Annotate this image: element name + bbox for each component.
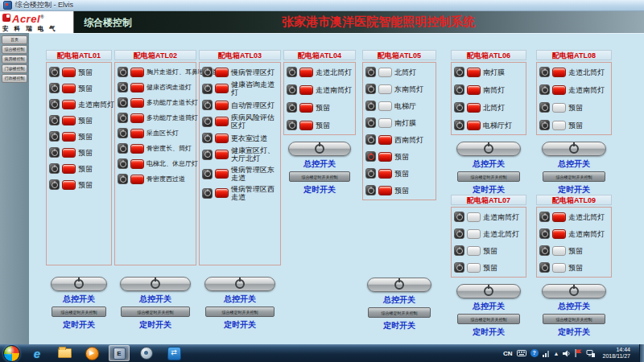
channel-status-indicator[interactable] bbox=[467, 229, 481, 239]
channel-status-indicator[interactable] bbox=[299, 68, 313, 77]
channel-status-indicator[interactable] bbox=[62, 100, 76, 109]
channel-status-indicator[interactable] bbox=[215, 169, 229, 179]
channel-status-indicator[interactable] bbox=[467, 68, 481, 77]
channel-power-toggle[interactable] bbox=[118, 97, 128, 108]
channel-power-toggle[interactable] bbox=[118, 158, 128, 169]
channel-power-toggle[interactable] bbox=[365, 185, 376, 195]
channel-power-toggle[interactable] bbox=[202, 67, 213, 77]
channel-status-indicator[interactable] bbox=[215, 68, 229, 77]
channel-status-indicator[interactable] bbox=[62, 148, 76, 158]
timer-settings-button[interactable]: 综合楼定时开关控制 bbox=[289, 171, 350, 182]
channel-power-toggle[interactable] bbox=[454, 84, 464, 95]
channel-status-indicator[interactable] bbox=[467, 121, 481, 130]
channel-status-indicator[interactable] bbox=[215, 188, 229, 198]
channel-power-toggle[interactable] bbox=[539, 67, 550, 77]
channel-power-toggle[interactable] bbox=[539, 120, 550, 130]
timer-settings-button[interactable]: 综合楼定时开关控制 bbox=[457, 314, 521, 324]
signal-icon[interactable] bbox=[543, 350, 550, 357]
channel-power-toggle[interactable] bbox=[49, 67, 60, 77]
channel-power-toggle[interactable] bbox=[118, 67, 128, 77]
channel-status-indicator[interactable] bbox=[62, 84, 76, 93]
channel-power-toggle[interactable] bbox=[287, 120, 297, 130]
channel-power-toggle[interactable] bbox=[118, 128, 128, 138]
channel-power-toggle[interactable] bbox=[49, 131, 60, 142]
channel-power-toggle[interactable] bbox=[454, 212, 464, 222]
channel-power-toggle[interactable] bbox=[49, 115, 60, 125]
channel-status-indicator[interactable] bbox=[215, 134, 229, 143]
channel-power-toggle[interactable] bbox=[287, 102, 297, 113]
channel-status-indicator[interactable] bbox=[130, 159, 144, 169]
channel-status-indicator[interactable] bbox=[378, 169, 392, 179]
channel-power-toggle[interactable] bbox=[287, 84, 297, 95]
channel-status-indicator[interactable] bbox=[378, 84, 392, 94]
channel-power-toggle[interactable] bbox=[539, 228, 550, 239]
channel-status-indicator[interactable] bbox=[130, 98, 144, 108]
channel-status-indicator[interactable] bbox=[299, 103, 313, 113]
master-power-button[interactable] bbox=[120, 277, 191, 291]
teamviewer-icon[interactable]: ⇄ bbox=[163, 345, 184, 361]
channel-status-indicator[interactable] bbox=[467, 103, 481, 113]
channel-status-indicator[interactable] bbox=[62, 164, 76, 174]
channel-status-indicator[interactable] bbox=[467, 263, 481, 273]
keyboard-icon[interactable] bbox=[517, 350, 526, 356]
channel-status-indicator[interactable] bbox=[62, 180, 76, 190]
timer-settings-button[interactable]: 综合楼定时开关控制 bbox=[205, 306, 275, 317]
channel-status-indicator[interactable] bbox=[215, 84, 229, 93]
channel-power-toggle[interactable] bbox=[454, 120, 464, 130]
channel-status-indicator[interactable] bbox=[130, 113, 144, 123]
channel-power-toggle[interactable] bbox=[539, 262, 550, 273]
channel-power-toggle[interactable] bbox=[49, 179, 60, 190]
channel-power-toggle[interactable] bbox=[287, 67, 297, 77]
network-icon[interactable] bbox=[586, 350, 595, 357]
start-button[interactable] bbox=[3, 345, 20, 362]
channel-power-toggle[interactable] bbox=[49, 99, 60, 109]
channel-status-indicator[interactable] bbox=[215, 150, 229, 159]
help-icon[interactable]: ? bbox=[530, 349, 539, 357]
channel-status-indicator[interactable] bbox=[130, 175, 144, 184]
internet-explorer-icon[interactable]: e bbox=[27, 345, 47, 361]
channel-status-indicator[interactable] bbox=[299, 121, 313, 130]
channel-status-indicator[interactable] bbox=[467, 85, 481, 95]
timer-settings-button[interactable]: 综合楼定时开关控制 bbox=[543, 314, 606, 324]
language-indicator[interactable]: CN bbox=[503, 350, 513, 357]
channel-power-toggle[interactable] bbox=[202, 133, 213, 143]
channel-power-toggle[interactable] bbox=[365, 67, 376, 77]
master-power-button[interactable] bbox=[204, 277, 275, 291]
file-explorer-icon[interactable] bbox=[54, 345, 75, 361]
channel-power-toggle[interactable] bbox=[202, 84, 213, 94]
channel-power-toggle[interactable] bbox=[118, 82, 128, 93]
timer-settings-button[interactable]: 综合楼定时开关控制 bbox=[543, 171, 606, 182]
channel-status-indicator[interactable] bbox=[62, 68, 76, 77]
channel-power-toggle[interactable] bbox=[202, 117, 213, 127]
timer-settings-button[interactable]: 综合楼定时开关控制 bbox=[52, 306, 107, 317]
channel-status-indicator[interactable] bbox=[552, 85, 566, 95]
elvis-app-taskbar-button[interactable]: E bbox=[109, 345, 130, 361]
action-center-alert-icon[interactable] bbox=[575, 349, 582, 357]
channel-status-indicator[interactable] bbox=[552, 263, 566, 273]
channel-status-indicator[interactable] bbox=[552, 121, 566, 130]
show-hidden-icons-icon[interactable]: ▲ bbox=[554, 351, 559, 356]
channel-status-indicator[interactable] bbox=[130, 144, 144, 154]
channel-power-toggle[interactable] bbox=[539, 102, 550, 113]
sidebar-nav-button[interactable]: 门诊楼控制 bbox=[2, 64, 27, 73]
channel-status-indicator[interactable] bbox=[62, 116, 76, 125]
channel-power-toggle[interactable] bbox=[365, 117, 376, 128]
sidebar-nav-button[interactable]: 首页 bbox=[2, 35, 27, 44]
sidebar-nav-button[interactable]: 病房楼控制 bbox=[2, 55, 27, 64]
window-titlebar[interactable]: 综合楼控制 - Elvis bbox=[0, 0, 644, 11]
channel-power-toggle[interactable] bbox=[365, 168, 376, 179]
channel-power-toggle[interactable] bbox=[118, 143, 128, 154]
channel-status-indicator[interactable] bbox=[552, 68, 566, 77]
channel-status-indicator[interactable] bbox=[552, 212, 566, 222]
system-tool-icon[interactable] bbox=[136, 345, 157, 361]
channel-power-toggle[interactable] bbox=[365, 84, 376, 94]
channel-power-toggle[interactable] bbox=[202, 100, 213, 110]
channel-power-toggle[interactable] bbox=[365, 134, 376, 145]
master-power-button[interactable] bbox=[367, 278, 431, 292]
channel-status-indicator[interactable] bbox=[552, 103, 566, 113]
channel-power-toggle[interactable] bbox=[454, 245, 464, 256]
channel-power-toggle[interactable] bbox=[49, 163, 60, 174]
media-player-icon[interactable]: ▶ bbox=[81, 345, 102, 361]
channel-power-toggle[interactable] bbox=[118, 174, 128, 184]
channel-status-indicator[interactable] bbox=[378, 101, 392, 111]
